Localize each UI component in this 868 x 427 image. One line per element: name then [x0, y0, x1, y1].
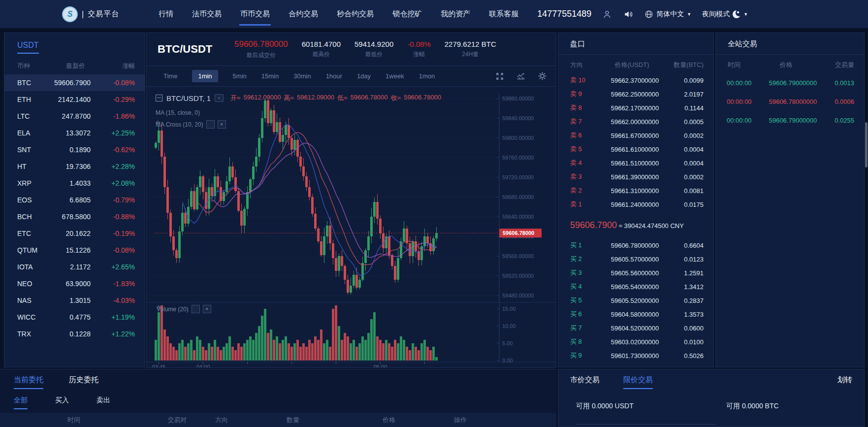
- chart-style-icon[interactable]: [215, 94, 224, 102]
- ask-row[interactable]: 卖 759662.000000000.0005: [558, 115, 713, 129]
- coin-row-HT[interactable]: HT19.7306+2.28%: [4, 158, 145, 175]
- trade-list: 00:00:0059606.790000000.001300:00:005960…: [716, 73, 864, 130]
- subtab-buy[interactable]: 买入: [55, 396, 69, 409]
- period-1week[interactable]: 1week: [386, 72, 404, 80]
- ask-row[interactable]: 卖 359661.390000000.0002: [558, 170, 713, 184]
- bid-row[interactable]: 买 159606.780000000.6604: [558, 238, 713, 252]
- svg-text:59720.00000: 59720.00000: [502, 174, 534, 180]
- close-value: 59606.78000: [404, 94, 441, 102]
- ask-row[interactable]: 卖 959662.250000002.0197: [558, 87, 713, 101]
- nav-item-otc[interactable]: 法币交易: [191, 0, 223, 28]
- order-amount: 0.2837: [665, 297, 704, 304]
- trade-form-panel: 市价交易限价交易 划转 可用 0.0000 USDT 可用 0.0000 BTC: [558, 369, 865, 427]
- nav-item-assets[interactable]: 我的资产: [440, 0, 471, 28]
- coin-row-BCH[interactable]: BCH678.5800-0.88%: [4, 208, 145, 225]
- coin-change: -0.79%: [103, 196, 135, 204]
- svg-text:59800.00000: 59800.00000: [502, 135, 534, 141]
- order-price: 59605.57000000: [605, 256, 665, 263]
- order-price: 59661.51000000: [605, 160, 665, 167]
- coin-row-EOS[interactable]: EOS6.6805-0.79%: [4, 192, 145, 208]
- user-icon[interactable]: [602, 9, 612, 19]
- coin-symbol: SNT: [17, 146, 48, 154]
- bid-row[interactable]: 买 859603.020000000.0100: [558, 335, 713, 349]
- coin-row-ETC[interactable]: ETC20.1622-0.19%: [4, 225, 145, 242]
- volume-close-icon[interactable]: ×: [203, 305, 211, 313]
- coin-price: 2.1172: [48, 263, 103, 271]
- nav-item-spot[interactable]: 币币交易: [239, 0, 271, 28]
- low-label: 低=: [337, 94, 348, 102]
- trade-amount: 0.0255: [820, 117, 854, 124]
- settings-gear-icon[interactable]: [538, 71, 547, 81]
- coin-row-IOTA[interactable]: IOTA2.1172+2.65%: [4, 259, 145, 275]
- collapse-icon[interactable]: [156, 95, 162, 101]
- nav-item-support[interactable]: 联系客服: [488, 0, 519, 28]
- tab-limit[interactable]: 限价交易: [623, 375, 653, 389]
- coin-row-WICC[interactable]: WICC0.4775+1.19%: [4, 309, 145, 326]
- coin-row-SNT[interactable]: SNT0.1890-0.62%: [4, 141, 145, 158]
- price-chart-canvas[interactable]: 59880.0000059840.0000059800.0000059760.0…: [147, 87, 556, 368]
- order-price: 59661.31000000: [605, 187, 665, 195]
- bid-row[interactable]: 买 559605.520000000.2837: [558, 294, 713, 307]
- subtab-all[interactable]: 全部: [14, 396, 28, 409]
- tab-history[interactable]: 历史委托: [69, 375, 98, 389]
- bid-row[interactable]: 买 959601.730000000.5026: [558, 349, 713, 362]
- speaker-icon[interactable]: [623, 9, 634, 19]
- coin-row-LTC[interactable]: LTC247.8700-1.86%: [4, 108, 145, 125]
- period-15min[interactable]: 15min: [261, 72, 279, 80]
- ma-settings-icon[interactable]: [206, 120, 215, 129]
- period-1hour[interactable]: 1hour: [326, 72, 342, 80]
- bid-row[interactable]: 买 459605.540000001.3412: [558, 280, 713, 294]
- coin-row-ELA[interactable]: ELA13.3072+2.25%: [4, 125, 145, 141]
- volume-settings-icon[interactable]: [192, 305, 200, 313]
- close-label: 收=: [391, 94, 401, 102]
- tab-usdt[interactable]: USDT: [17, 41, 39, 54]
- indicator-icon[interactable]: [516, 72, 526, 81]
- bid-row[interactable]: 买 659604.580000001.3573: [558, 307, 713, 321]
- nav-item-mining[interactable]: 锁仓挖矿: [391, 0, 423, 28]
- ask-row[interactable]: 卖 559661.610000000.0004: [558, 142, 713, 156]
- ask-row[interactable]: 卖 259661.310000000.0081: [558, 184, 713, 197]
- coin-row-NAS[interactable]: NAS1.3015-4.03%: [4, 292, 145, 309]
- period-5min[interactable]: 5min: [233, 72, 247, 80]
- period-30min[interactable]: 30min: [293, 72, 311, 80]
- ask-row[interactable]: 卖 659661.670000000.0002: [558, 129, 713, 142]
- coin-row-XRP[interactable]: XRP1.4033+2.08%: [4, 175, 145, 192]
- language-selector[interactable]: 简体中文 ▼: [644, 10, 691, 19]
- ask-row[interactable]: 卖 159661.240000000.0175: [558, 197, 713, 211]
- coin-row-ETH[interactable]: ETH2142.1400-0.29%: [4, 91, 145, 108]
- coin-row-BTC[interactable]: BTC59606.7900-0.08%: [4, 74, 145, 91]
- trade-time: 00:00:00: [727, 117, 766, 124]
- ask-row[interactable]: 卖 459661.510000000.0004: [558, 156, 713, 170]
- night-mode-selector[interactable]: 夜间模式 ▼: [702, 10, 748, 19]
- trade-price: 59606.78000000: [766, 98, 820, 105]
- nav-item-contract[interactable]: 合约交易: [288, 0, 319, 28]
- fullscreen-icon[interactable]: [495, 72, 504, 81]
- brand[interactable]: S | 交易平台: [62, 6, 119, 22]
- bid-row[interactable]: 买 259605.570000000.0123: [558, 252, 713, 266]
- high-value: 60181.4700: [302, 40, 341, 48]
- nav-item-second-contract[interactable]: 秒合约交易: [336, 0, 375, 28]
- ask-row[interactable]: 卖 859662.170000000.1144: [558, 101, 713, 115]
- bid-row[interactable]: 买 759604.520000000.0600: [558, 321, 713, 335]
- bid-row[interactable]: 买 359605.560000001.2591: [558, 266, 713, 280]
- coin-row-QTUM[interactable]: QTUM15.1226-0.08%: [4, 242, 145, 259]
- ask-row[interactable]: 卖 1059662.370000000.0099: [558, 73, 713, 87]
- period-1mon[interactable]: 1mon: [419, 72, 435, 80]
- trade-row: 00:00:0059606.790000000.0255: [716, 111, 864, 130]
- tab-current[interactable]: 当前委托: [14, 375, 43, 389]
- coin-list-header: 币种 最新价 涨幅: [4, 62, 145, 74]
- coin-row-NEO[interactable]: NEO63.9000-1.83%: [4, 275, 145, 292]
- coin-row-TRX[interactable]: TRX0.1228+1.22%: [4, 326, 145, 342]
- period-Time[interactable]: Time: [163, 72, 177, 80]
- ma-close-icon[interactable]: ×: [218, 120, 226, 129]
- tab-market[interactable]: 市价交易: [570, 375, 600, 389]
- high-value: 59612.09000: [297, 94, 334, 102]
- price-input-edge[interactable]: [576, 424, 716, 425]
- subtab-sell[interactable]: 卖出: [96, 396, 110, 409]
- page-scrollbar[interactable]: [865, 122, 868, 167]
- transfer-link[interactable]: 划转: [837, 375, 852, 385]
- period-1day[interactable]: 1day: [357, 72, 371, 80]
- coin-symbol: EOS: [17, 196, 48, 204]
- period-1min[interactable]: 1min: [192, 70, 218, 82]
- nav-item-market[interactable]: 行情: [158, 0, 174, 28]
